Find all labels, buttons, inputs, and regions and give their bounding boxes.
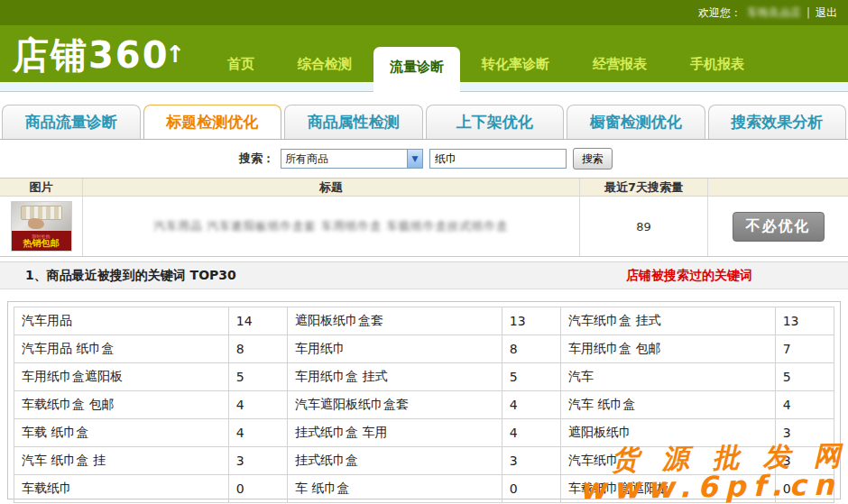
car-interior-photo: [12, 202, 71, 231]
keyword-cell: 汽车 纸巾盒 挂: [14, 447, 229, 475]
tissue-box-shape: [21, 206, 62, 220]
keyword-cell: 汽车纸巾盒 挂式: [560, 307, 775, 335]
keyword-row: 汽车用品14遮阳板纸巾盒套13汽车纸巾盒 挂式13: [14, 307, 834, 335]
category-selected-value: 所有商品: [285, 152, 328, 165]
keyword-count-cell: 5: [228, 363, 287, 391]
keyword-table-body: 汽车用品14遮阳板纸巾盒套13汽车纸巾盒 挂式13汽车用品 纸巾盒8车用纸巾8车…: [14, 307, 834, 503]
product-table: 图片 标题 最近7天搜索量 限时抢购 热销包邮 汽车用品 汽: [0, 178, 848, 257]
tab-product-attribute-check[interactable]: 商品属性检测: [284, 105, 423, 139]
nav-item-business-report[interactable]: 经营报表: [571, 46, 668, 82]
search-input[interactable]: [429, 149, 567, 169]
col-header-image: 图片: [0, 179, 83, 196]
keyword-cell: 汽车 纸巾盒: [560, 391, 775, 419]
keyword-count-cell: 4: [502, 391, 560, 419]
keyword-cell: 汽车用品: [14, 307, 229, 335]
keyword-count-cell: 14: [228, 307, 287, 335]
main-header: 店铺360↑ 首页 综合检测 流量诊断 转化率诊断 经营报表 手机报表: [0, 25, 848, 82]
keyword-count-cell: 13: [775, 307, 834, 335]
keyword-count-cell: 8: [502, 335, 560, 363]
no-optimize-button[interactable]: 不必优化: [733, 212, 825, 242]
topbar: 欢迎您： 车饰良品店 | 退出: [0, 0, 848, 25]
keyword-count-cell: 3: [775, 419, 834, 447]
up-arrow-icon: ↑: [166, 41, 188, 68]
tab-product-traffic-diagnosis[interactable]: 商品流量诊断: [2, 105, 141, 139]
search-button[interactable]: 搜索: [573, 148, 613, 170]
col-header-action: [708, 179, 848, 196]
keyword-table: 汽车用品14遮阳板纸巾盒套13汽车纸巾盒 挂式13汽车用品 纸巾盒8车用纸巾8车…: [14, 307, 834, 503]
hand-shape: [28, 218, 44, 229]
keyword-row: 汽车 纸巾盒 挂3挂式纸巾盒3汽车纸巾3: [14, 447, 834, 475]
logout-link[interactable]: 退出: [816, 5, 837, 21]
welcome-text: 欢迎您：: [698, 5, 742, 21]
keyword-count-cell: 5: [775, 363, 834, 391]
col-header-title: 标题: [83, 179, 580, 196]
nav-item-mobile-report[interactable]: 手机报表: [668, 46, 766, 82]
keyword-count-cell: 0: [228, 475, 287, 503]
keyword-cell: 车载纸巾: [14, 475, 229, 503]
spacer: [0, 92, 848, 105]
product-title-cell: 汽车用品 汽车遮阳板纸巾盒套 车用纸巾盒 车载纸巾盒挂式纸巾盒: [83, 197, 580, 256]
app-logo: 店铺360↑: [13, 31, 187, 80]
secondary-tabs: 商品流量诊断 标题检测优化 商品属性检测 上下架优化 橱窗检测优化 搜索效果分析: [0, 105, 848, 140]
keyword-count-cell: 0: [502, 475, 560, 503]
keyword-row: 汽车用品 纸巾盒8车用纸巾8车用纸巾盒 包邮7: [14, 335, 834, 363]
keyword-count-cell: 5: [502, 363, 560, 391]
nav-item-home[interactable]: 首页: [206, 46, 276, 82]
nav-item-traffic-diagnosis[interactable]: 流量诊断: [373, 47, 460, 92]
keyword-count-cell: 4: [228, 391, 287, 419]
keyword-count-cell: 3: [502, 447, 560, 475]
product-thumbnail[interactable]: 限时抢购 热销包邮: [11, 201, 72, 252]
product-action-cell: 不必优化: [708, 197, 848, 256]
keyword-row: 车用纸巾盒遮阳板5车用纸巾盒 挂式5汽车5: [14, 363, 834, 391]
keyword-cell: 车用纸巾盒 包邮: [560, 335, 775, 363]
keyword-row: 车载 纸巾盒4挂式纸巾盒 车用4遮阳板纸巾3: [14, 419, 834, 447]
product-title: 汽车用品 汽车遮阳板纸巾盒套 车用纸巾盒 车载纸巾盒挂式纸巾盒: [154, 219, 509, 234]
section-bar: 1、商品最近被搜到的关键词 TOP30 店铺被搜索过的关键词: [0, 261, 848, 289]
keyword-count-cell: 3: [775, 447, 834, 475]
keyword-cell: 车用纸巾: [287, 335, 502, 363]
product-volume-cell: 89: [580, 197, 708, 256]
search-bar: 搜索： 所有商品 ▼ 搜索: [0, 140, 848, 178]
keyword-count-cell: 4: [502, 419, 560, 447]
product-row: 限时抢购 热销包邮 汽车用品 汽车遮阳板纸巾盒套 车用纸巾盒 车载纸巾盒挂式纸巾…: [0, 197, 848, 256]
product-table-header: 图片 标题 最近7天搜索量: [0, 179, 848, 197]
tab-title-check-optimize[interactable]: 标题检测优化: [143, 105, 282, 139]
promo-big-text: 热销包邮: [23, 239, 60, 248]
keyword-row: 车载纸巾0车 纸巾盒0车载纸巾盒遮阳板0: [14, 475, 834, 503]
keyword-cell: 车载纸巾盒 包邮: [14, 391, 229, 419]
tab-search-effect-analysis[interactable]: 搜索效果分析: [708, 105, 847, 139]
keyword-table-wrapper: 汽车用品14遮阳板纸巾盒套13汽车纸巾盒 挂式13汽车用品 纸巾盒8车用纸巾8车…: [7, 301, 841, 499]
keyword-cell: 汽车: [560, 363, 775, 391]
keyword-cell: 汽车遮阳板纸巾盒套: [287, 391, 502, 419]
tab-showcase-check-optimize[interactable]: 橱窗检测优化: [567, 105, 705, 139]
product-image-cell: 限时抢购 热销包邮: [0, 197, 83, 256]
keyword-cell: 汽车纸巾: [560, 447, 775, 475]
keyword-cell: 汽车用品 纸巾盒: [14, 335, 229, 363]
nav-item-conversion-diagnosis[interactable]: 转化率诊断: [460, 46, 571, 82]
keyword-cell: 车 纸巾盒: [287, 475, 502, 503]
primary-nav: 首页 综合检测 流量诊断 转化率诊断 经营报表 手机报表: [206, 46, 766, 82]
keyword-cell: 车用纸巾盒 挂式: [287, 363, 502, 391]
keyword-row: 车载纸巾盒 包邮4汽车遮阳板纸巾盒套4汽车 纸巾盒4: [14, 391, 834, 419]
search-volume-value: 89: [636, 220, 651, 234]
keyword-cell: 挂式纸巾盒: [287, 447, 502, 475]
shop-searched-keywords-link[interactable]: 店铺被搜索过的关键词: [626, 268, 752, 284]
search-label: 搜索：: [239, 151, 274, 167]
chevron-down-icon[interactable]: ▼: [407, 150, 422, 168]
section-title: 1、商品最近被搜到的关键词 TOP30: [25, 268, 236, 284]
keyword-cell: 遮阳板纸巾盒套: [287, 307, 502, 335]
nav-item-overall-check[interactable]: 综合检测: [276, 46, 373, 82]
keyword-cell: 挂式纸巾盒 车用: [287, 419, 502, 447]
keyword-cell: 车用纸巾盒遮阳板: [14, 363, 229, 391]
keyword-count-cell: 3: [228, 447, 287, 475]
col-header-volume: 最近7天搜索量: [580, 179, 708, 196]
shop-name: 车饰良品店: [747, 5, 801, 21]
tab-listing-optimize[interactable]: 上下架优化: [426, 105, 565, 139]
keyword-count-cell: 13: [502, 307, 560, 335]
keyword-cell: 遮阳板纸巾: [560, 419, 775, 447]
keyword-count-cell: 4: [228, 419, 287, 447]
keyword-count-cell: 7: [775, 335, 834, 363]
category-select[interactable]: 所有商品 ▼: [281, 149, 423, 169]
promo-banner: 限时抢购 热销包邮: [12, 231, 71, 251]
topbar-separator: |: [807, 6, 810, 19]
